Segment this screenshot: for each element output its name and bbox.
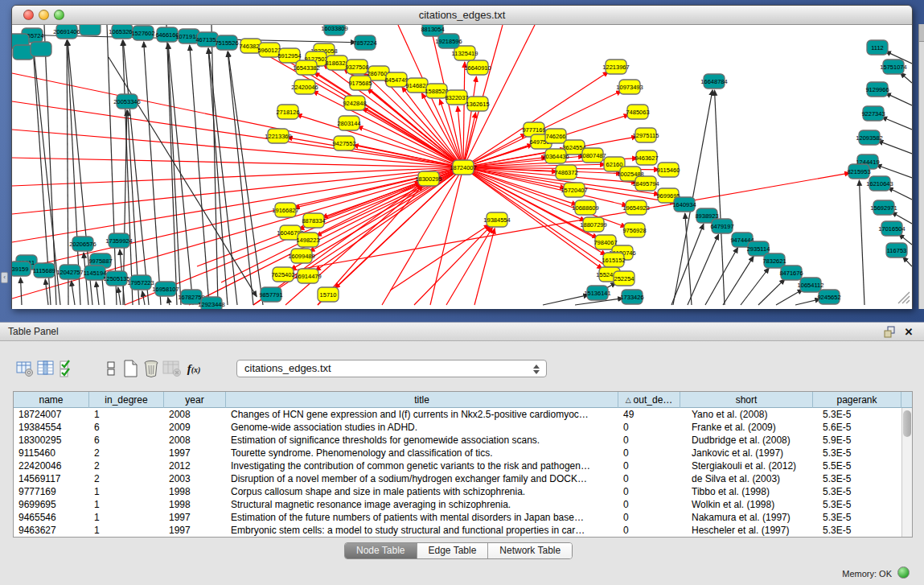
graph-node[interactable]: 12505135 — [103, 271, 129, 286]
table-row[interactable]: 1830029562008Estimation of significance … — [14, 434, 912, 447]
graph-node[interactable]: 20364436 — [542, 149, 569, 163]
combo-spinner-icon[interactable] — [533, 363, 540, 376]
graph-node[interactable]: 20691406 — [53, 25, 80, 39]
graph-node[interactable]: 16210643 — [866, 176, 893, 191]
graph-node[interactable]: 1498223 — [296, 233, 319, 247]
graph-node[interactable]: 7485063 — [626, 105, 649, 119]
graph-node[interactable]: 9227343 — [861, 106, 885, 121]
float-panel-icon[interactable] — [882, 326, 897, 339]
column-header-out-de-[interactable]: △out_de… — [618, 392, 680, 408]
graph-node[interactable]: 7857224 — [353, 35, 376, 50]
table-row[interactable]: 946554611997Estimation of the future num… — [14, 511, 912, 524]
graph-node[interactable]: 10654112 — [798, 278, 824, 292]
graph-node[interactable]: 1362615 — [466, 97, 489, 111]
graph-node[interactable]: 9463627 — [634, 150, 658, 165]
close-panel-icon[interactable]: ✕ — [901, 326, 916, 339]
table-row[interactable]: 1872400712008Changes of HCN gene express… — [14, 408, 912, 421]
table-row[interactable]: 2242004622012Investigating the contribut… — [14, 459, 912, 472]
memory-status-icon[interactable] — [897, 566, 910, 579]
graph-node[interactable]: 9245652 — [817, 290, 840, 304]
graph-node[interactable]: 7625402 — [271, 267, 294, 282]
graph-node[interactable]: 10973493 — [616, 80, 643, 94]
show-column-icon[interactable] — [35, 358, 56, 379]
resize-grip-icon[interactable] — [898, 292, 910, 303]
graph-node[interactable]: 9427552 — [332, 136, 355, 150]
column-header-in-degree[interactable]: in_degree — [89, 392, 164, 408]
graph-node[interactable]: 9327508 — [345, 60, 368, 74]
new-column-icon[interactable] — [120, 358, 141, 379]
graph-node[interactable]: 9115460 — [657, 163, 680, 177]
graph-node[interactable]: 9242848 — [343, 96, 366, 110]
tab-node-table[interactable]: Node Table — [345, 543, 417, 558]
graph-node[interactable]: 15136141 — [584, 286, 610, 300]
table-row[interactable]: 969969511998Structural magnetic resonanc… — [14, 498, 912, 511]
graph-node[interactable]: 2803144 — [337, 116, 360, 130]
graph-node[interactable]: 18300295 — [415, 171, 441, 186]
graph-node[interactable]: 17957223 — [127, 275, 154, 290]
graph-node[interactable]: 10688609 — [572, 200, 598, 215]
network-canvas[interactable]: 1872400718300295193845547463822596012359… — [12, 25, 912, 309]
table-row[interactable]: 1938455462009Genome-wide association stu… — [14, 421, 912, 434]
column-header-name[interactable]: name — [14, 392, 89, 408]
graph-node[interactable]: 6479197 — [710, 219, 733, 233]
table-row[interactable]: 911546021997Tourette syndrome. Phenomeno… — [14, 447, 912, 459]
graph-node[interactable]: 7515526 — [215, 35, 238, 50]
graph-node[interactable]: 17016504 — [878, 221, 905, 236]
graph-node[interactable]: 15720407 — [561, 183, 587, 197]
graph-node[interactable]: 19384554 — [483, 212, 510, 227]
table-row[interactable]: 977716911998Corpus callosum shape and si… — [14, 485, 912, 498]
delete-table-icon[interactable] — [162, 358, 183, 379]
graph-node[interactable]: 16033809 — [321, 25, 347, 35]
graph-node[interactable]: 16914479 — [294, 269, 321, 283]
background-window-edge[interactable] — [918, 24, 924, 309]
graph-node[interactable]: 8471676 — [779, 266, 803, 280]
graph-node[interactable]: 39159 — [12, 262, 31, 276]
minimize-window-icon[interactable] — [39, 10, 49, 20]
zoom-window-icon[interactable] — [54, 10, 64, 20]
graph-node[interactable]: 1112 — [867, 40, 888, 55]
graph-node[interactable]: 16640910 — [464, 60, 491, 75]
column-header-title[interactable]: title — [226, 392, 618, 408]
graph-node[interactable]: 1615152 — [602, 253, 625, 267]
graph-node[interactable]: 1733426 — [620, 290, 643, 304]
graph-node[interactable]: 10807487 — [579, 148, 606, 163]
column-header-pagerank[interactable]: pagerank — [813, 392, 901, 408]
graph-node[interactable]: 16648784 — [700, 74, 727, 89]
network-nodes[interactable]: 1872400718300295193845547463822596012359… — [12, 25, 907, 309]
graph-node[interactable]: 18807299 — [580, 217, 606, 232]
graph-node[interactable]: 116753 — [886, 243, 907, 257]
network-window[interactable]: citations_edges.txt 18724007183002951938… — [11, 5, 913, 309]
graph-node[interactable]: 16543382 — [293, 60, 319, 75]
graph-node[interactable] — [31, 42, 51, 56]
graph-node[interactable]: 22420046 — [291, 80, 318, 94]
select-columns-icon[interactable] — [56, 358, 77, 379]
close-window-icon[interactable] — [23, 10, 34, 20]
scrollbar-thumb[interactable] — [903, 410, 911, 437]
function-builder-icon[interactable]: f(x) — [183, 358, 204, 379]
graph-node[interactable]: 20053346 — [113, 94, 140, 109]
graph-node[interactable]: 18724007 — [450, 160, 476, 175]
graph-node[interactable]: 12975115 — [633, 128, 659, 142]
graph-node[interactable]: 8215953 — [847, 164, 870, 179]
tab-network-table[interactable]: Network Table — [488, 543, 572, 558]
graph-node[interactable]: 16099489 — [288, 249, 314, 263]
delete-column-icon[interactable] — [141, 358, 162, 379]
graph-node[interactable]: 12093582 — [856, 130, 882, 145]
graph-node[interactable]: 19654923 — [622, 200, 649, 215]
graph-node[interactable]: 19166827 — [272, 203, 298, 217]
graph-node[interactable]: 8454749 — [384, 72, 408, 87]
graph-node[interactable]: 15692971 — [870, 200, 897, 215]
graph-node[interactable]: 9129966 — [865, 82, 889, 97]
graph-node[interactable]: 1640934 — [672, 197, 696, 212]
table-scrollbar[interactable] — [901, 408, 912, 537]
graph-node[interactable]: 16958107 — [152, 282, 179, 296]
graph-node[interactable]: 12213369 — [265, 129, 291, 143]
graph-node[interactable]: 2718126 — [276, 105, 299, 119]
tab-edge-table[interactable]: Edge Table — [417, 543, 489, 558]
table-row[interactable]: 1456911722003Disruption of a novel membe… — [14, 472, 912, 485]
row-height-icon[interactable] — [101, 358, 121, 379]
graph-node[interactable]: 19218596 — [435, 34, 462, 48]
graph-node[interactable]: 9175685 — [348, 76, 372, 90]
graph-node[interactable]: 8322037 — [445, 90, 468, 105]
network-graph[interactable]: 1872400718300295193845547463822596012359… — [12, 25, 912, 309]
